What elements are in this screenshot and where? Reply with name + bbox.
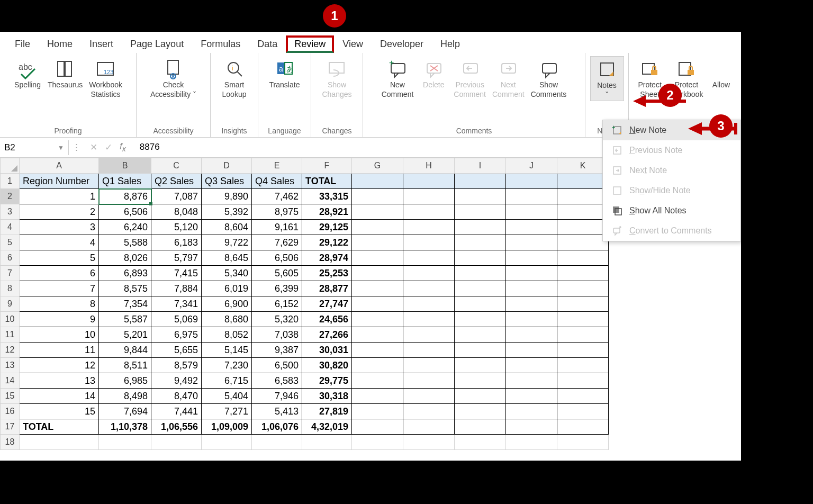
row-header-16[interactable]: 16 xyxy=(1,404,20,419)
tab-home[interactable]: Home xyxy=(39,35,81,53)
cell[interactable]: 30,318 xyxy=(302,389,352,404)
row-header-17[interactable]: 17 xyxy=(1,419,20,435)
row-header-3[interactable]: 3 xyxy=(1,204,20,220)
cell[interactable]: 8,052 xyxy=(202,327,252,343)
cell[interactable]: 8,645 xyxy=(202,250,252,266)
cell[interactable]: 27,747 xyxy=(302,296,352,312)
cancel-formula-icon[interactable]: ✕ xyxy=(90,142,97,153)
cell[interactable] xyxy=(352,220,403,235)
cell[interactable]: 6,240 xyxy=(99,220,151,235)
cell[interactable]: 8,026 xyxy=(99,250,151,266)
col-header-B[interactable]: B xyxy=(99,158,151,174)
cell[interactable] xyxy=(455,435,506,450)
cell[interactable]: 7,341 xyxy=(151,296,202,312)
thesaurus-button[interactable]: Thesaurus xyxy=(44,56,86,91)
cell[interactable]: 7,230 xyxy=(202,358,252,373)
col-header-E[interactable]: E xyxy=(252,158,302,174)
row-header-14[interactable]: 14 xyxy=(1,373,20,389)
cell[interactable] xyxy=(403,296,455,312)
row-header-9[interactable]: 9 xyxy=(1,296,20,312)
cell[interactable] xyxy=(352,250,403,266)
cell[interactable]: 6,183 xyxy=(151,235,202,250)
row-header-1[interactable]: 1 xyxy=(1,174,20,189)
row-header-2[interactable]: 2 xyxy=(1,189,20,204)
cell[interactable]: 6,715 xyxy=(202,373,252,389)
row-header-5[interactable]: 5 xyxy=(1,235,20,250)
cell[interactable]: 6,985 xyxy=(99,373,151,389)
smart-lookup-button[interactable]: i Smart Lookup xyxy=(218,56,251,100)
cell[interactable]: 5,145 xyxy=(202,343,252,358)
cell[interactable] xyxy=(557,343,609,358)
cell[interactable]: 8,575 xyxy=(99,281,151,296)
cell[interactable]: 29,775 xyxy=(302,373,352,389)
cell[interactable]: 7,441 xyxy=(151,404,202,419)
cell[interactable]: 9 xyxy=(20,312,99,327)
cell[interactable] xyxy=(352,404,403,419)
cell[interactable] xyxy=(352,174,403,189)
cell[interactable]: 5,201 xyxy=(99,327,151,343)
cell[interactable] xyxy=(557,389,609,404)
col-header-F[interactable]: F xyxy=(302,158,352,174)
cell[interactable] xyxy=(455,404,506,419)
cell[interactable] xyxy=(455,358,506,373)
allow-edit-button[interactable]: Allow xyxy=(706,56,736,91)
cell[interactable] xyxy=(403,327,455,343)
cell[interactable] xyxy=(403,312,455,327)
cell[interactable]: 8,604 xyxy=(202,220,252,235)
cell[interactable]: 5,340 xyxy=(202,266,252,281)
cell[interactable]: 30,031 xyxy=(302,343,352,358)
check-accessibility-button[interactable]: Check Accessibility ˅ xyxy=(147,56,200,100)
cell[interactable] xyxy=(403,266,455,281)
cell[interactable]: 10 xyxy=(20,327,99,343)
row-header-12[interactable]: 12 xyxy=(1,343,20,358)
cell[interactable]: 2 xyxy=(20,204,99,220)
cell[interactable] xyxy=(455,343,506,358)
row-header-15[interactable]: 15 xyxy=(1,389,20,404)
cell[interactable]: 5,392 xyxy=(202,204,252,220)
cell[interactable] xyxy=(403,373,455,389)
formula-value[interactable]: 8876 xyxy=(140,142,160,152)
tab-file[interactable]: File xyxy=(6,35,39,53)
row-header-11[interactable]: 11 xyxy=(1,327,20,343)
cell[interactable]: 8,048 xyxy=(151,204,202,220)
cell[interactable] xyxy=(506,404,557,419)
cell[interactable]: 7 xyxy=(20,281,99,296)
cell[interactable]: 6,900 xyxy=(202,296,252,312)
cell[interactable] xyxy=(506,266,557,281)
cell[interactable]: 3 xyxy=(20,220,99,235)
cell[interactable]: 5 xyxy=(20,250,99,266)
cell[interactable] xyxy=(557,327,609,343)
cell[interactable] xyxy=(403,281,455,296)
cell[interactable] xyxy=(506,189,557,204)
cell[interactable] xyxy=(99,435,151,450)
cell[interactable] xyxy=(557,204,609,220)
cell[interactable]: 9,492 xyxy=(151,373,202,389)
cell[interactable]: TOTAL xyxy=(302,174,352,189)
cell[interactable]: 8,680 xyxy=(202,312,252,327)
name-box[interactable]: B2 ▼ xyxy=(0,140,69,155)
cell[interactable]: Q1 Sales xyxy=(99,174,151,189)
cell[interactable] xyxy=(455,312,506,327)
cell[interactable] xyxy=(506,343,557,358)
cell[interactable]: 5,404 xyxy=(202,389,252,404)
cell[interactable] xyxy=(557,266,609,281)
cell[interactable] xyxy=(455,250,506,266)
cell[interactable]: 8,470 xyxy=(151,389,202,404)
cell[interactable] xyxy=(455,235,506,250)
row-header-18[interactable]: 18 xyxy=(1,435,20,450)
cell[interactable] xyxy=(403,174,455,189)
cell[interactable] xyxy=(403,404,455,419)
cell[interactable]: 5,069 xyxy=(151,312,202,327)
cell[interactable] xyxy=(557,296,609,312)
cell[interactable]: Q4 Sales xyxy=(252,174,302,189)
cell[interactable] xyxy=(506,235,557,250)
cell[interactable]: 7,038 xyxy=(252,327,302,343)
cell[interactable] xyxy=(352,343,403,358)
cell[interactable]: 4 xyxy=(20,235,99,250)
cell[interactable] xyxy=(352,358,403,373)
cell[interactable]: 5,655 xyxy=(151,343,202,358)
cell[interactable]: 29,122 xyxy=(302,235,352,250)
tab-formulas[interactable]: Formulas xyxy=(192,35,249,53)
cell[interactable]: 1,06,556 xyxy=(151,419,202,435)
show-all-notes-menuitem[interactable]: Show All Notes xyxy=(603,201,740,221)
